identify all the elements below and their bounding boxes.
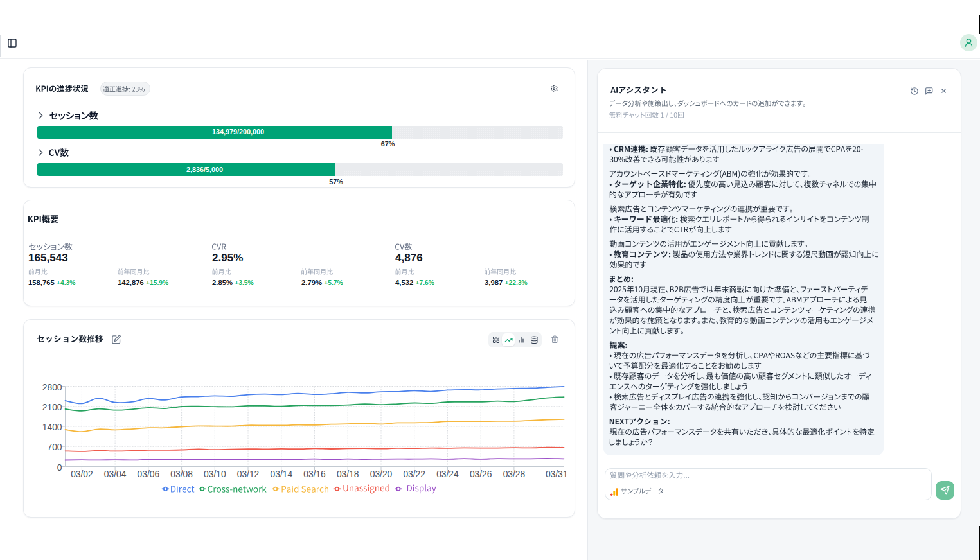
svg-text:03/12: 03/12 <box>237 469 260 479</box>
svg-text:03/10: 03/10 <box>204 469 226 479</box>
svg-text:03/26: 03/26 <box>470 469 492 479</box>
svg-text:03/06: 03/06 <box>138 469 160 479</box>
svg-text:03/02: 03/02 <box>71 469 93 479</box>
svg-text:0: 0 <box>57 463 62 473</box>
svg-text:1400: 1400 <box>42 423 62 432</box>
svg-text:03/04: 03/04 <box>104 469 127 479</box>
svg-text:03/22: 03/22 <box>403 469 425 479</box>
svg-text:03/20: 03/20 <box>370 469 393 479</box>
svg-text:700: 700 <box>47 442 62 452</box>
svg-text:03/31: 03/31 <box>546 469 568 479</box>
svg-text:03/16: 03/16 <box>303 469 326 479</box>
svg-text:03/14: 03/14 <box>271 469 293 479</box>
svg-text:03/24: 03/24 <box>436 469 459 479</box>
svg-text:03/08: 03/08 <box>170 469 193 479</box>
svg-text:2100: 2100 <box>42 403 62 412</box>
svg-text:03/28: 03/28 <box>503 469 526 479</box>
svg-text:03/18: 03/18 <box>337 469 359 479</box>
svg-text:2800: 2800 <box>42 383 62 392</box>
